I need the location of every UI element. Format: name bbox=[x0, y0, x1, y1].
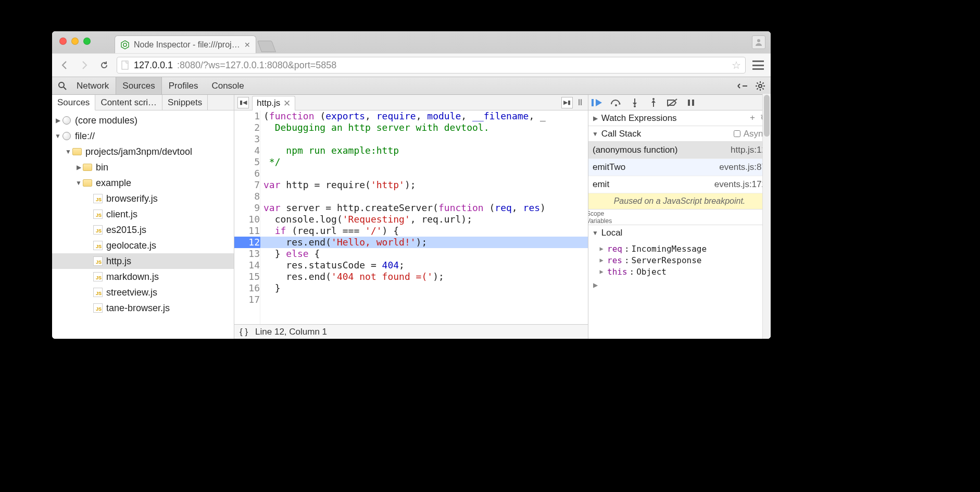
profile-button[interactable] bbox=[752, 35, 765, 49]
stack-frame[interactable]: emitTwoevents.js:87 bbox=[588, 159, 771, 176]
tree-project-folder[interactable]: ▼projects/jam3npm/devtool bbox=[52, 144, 234, 159]
stack-frame[interactable]: (anonymous function)http.js:12 bbox=[588, 142, 771, 159]
svg-marker-19 bbox=[633, 103, 637, 105]
tree-bin-folder[interactable]: ▶bin bbox=[52, 159, 234, 175]
tree-file[interactable]: JSbrowserify.js bbox=[52, 191, 234, 206]
svg-line-5 bbox=[64, 87, 66, 90]
close-window-button[interactable] bbox=[59, 38, 67, 45]
reload-button[interactable] bbox=[97, 58, 111, 72]
js-file-icon: JS bbox=[93, 194, 103, 203]
svg-line-13 bbox=[757, 88, 758, 89]
browser-window: Node Inspector - file:///proj… ✕ 127.0.0… bbox=[52, 31, 771, 339]
close-editor-tab[interactable]: ✕ bbox=[283, 98, 291, 109]
js-file-icon: JS bbox=[93, 272, 103, 281]
maximize-window-button[interactable] bbox=[83, 38, 91, 45]
tab-console[interactable]: Console bbox=[205, 77, 250, 94]
scope-section[interactable]: ▼ Scope Variables bbox=[588, 210, 771, 225]
drawer-toggle-icon[interactable] bbox=[735, 79, 750, 93]
tab-sources[interactable]: Sources bbox=[116, 77, 161, 94]
hamburger-icon bbox=[752, 60, 764, 70]
editor-panel: ▮◀ http.js✕ ▶▮ ⏸ 1234567891011 12 131415… bbox=[234, 95, 588, 339]
file-tree: ▶(core modules) ▼file:// ▼projects/jam3n… bbox=[52, 110, 234, 339]
menu-button[interactable] bbox=[751, 58, 765, 72]
bookmark-star-icon[interactable]: ☆ bbox=[732, 59, 741, 71]
scope-local[interactable]: ▼ Local bbox=[588, 225, 771, 241]
scope-var[interactable]: ▶res: ServerResponse bbox=[598, 254, 771, 266]
tab-title: Node Inspector - file:///proj… bbox=[134, 40, 240, 50]
nav-bar: 127.0.0.1:8080/?ws=127.0.0.1:8080&port=5… bbox=[52, 53, 771, 77]
new-tab-button[interactable] bbox=[257, 41, 276, 52]
async-checkbox[interactable] bbox=[734, 130, 740, 137]
code-editor[interactable]: 1234567891011 12 1314151617 (function (e… bbox=[234, 110, 588, 324]
js-file-icon: JS bbox=[93, 241, 103, 250]
watch-section[interactable]: ▶ Watch Expressions +↻ bbox=[588, 110, 771, 126]
svg-rect-25 bbox=[688, 100, 690, 106]
svg-marker-0 bbox=[121, 41, 129, 49]
editor-nav-forward[interactable]: ▶▮ bbox=[561, 97, 573, 108]
line-gutter: 1234567891011 12 1314151617 bbox=[234, 110, 260, 324]
breakpoint-marker[interactable]: 12 bbox=[234, 237, 260, 248]
execution-line: res.end('Hello, world!'); bbox=[260, 237, 588, 248]
svg-point-2 bbox=[757, 39, 760, 42]
devtools-main: Sources Content scri… Snippets ▶(core mo… bbox=[52, 95, 771, 339]
nav-tab-sources[interactable]: Sources bbox=[52, 95, 95, 110]
tree-file-root[interactable]: ▼file:// bbox=[52, 128, 234, 144]
deactivate-breakpoints-button[interactable] bbox=[667, 97, 678, 108]
tree-example-folder[interactable]: ▼example bbox=[52, 175, 234, 191]
scope-var[interactable]: ▶this: Object bbox=[598, 266, 771, 277]
vertical-scrollbar[interactable] bbox=[762, 94, 771, 339]
folder-icon bbox=[83, 164, 92, 171]
tab-network[interactable]: Network bbox=[70, 77, 116, 94]
tree-file[interactable]: JSes2015.js bbox=[52, 222, 234, 238]
tree-file[interactable]: JSgeolocate.js bbox=[52, 238, 234, 253]
address-bar[interactable]: 127.0.0.1:8080/?ws=127.0.0.1:8080&port=5… bbox=[117, 57, 746, 73]
scope-more[interactable]: ▶ bbox=[588, 279, 771, 290]
stack-frame[interactable]: emitevents.js:172 bbox=[588, 176, 771, 193]
editor-tab[interactable]: http.js✕ bbox=[252, 96, 295, 110]
browser-tab[interactable]: Node Inspector - file:///proj… ✕ bbox=[115, 35, 256, 53]
tab-profiles[interactable]: Profiles bbox=[162, 77, 205, 94]
nav-tab-snippets[interactable]: Snippets bbox=[162, 95, 208, 110]
tree-file-selected[interactable]: JShttp.js bbox=[52, 253, 234, 269]
devtools-toolbar: Network Sources Profiles Console bbox=[52, 77, 771, 95]
code-lines: (function (exports, require, module, __f… bbox=[260, 110, 588, 324]
editor-nav-button[interactable]: ▮◀ bbox=[237, 97, 249, 108]
js-file-icon: JS bbox=[93, 288, 103, 297]
resume-button[interactable] bbox=[592, 97, 603, 108]
tab-strip: Node Inspector - file:///proj… ✕ bbox=[52, 31, 771, 53]
debug-toolbar bbox=[588, 95, 771, 110]
navigator-panel: Sources Content scri… Snippets ▶(core mo… bbox=[52, 95, 234, 339]
nav-tab-content-scripts[interactable]: Content scri… bbox=[95, 95, 162, 110]
js-file-icon: JS bbox=[93, 303, 103, 313]
svg-rect-3 bbox=[122, 61, 128, 69]
pretty-print-button[interactable]: { } bbox=[240, 327, 248, 337]
back-button[interactable] bbox=[57, 58, 72, 72]
svg-rect-26 bbox=[692, 100, 694, 106]
pause-small-icon[interactable]: ⏸ bbox=[576, 97, 585, 108]
step-over-button[interactable] bbox=[610, 97, 622, 108]
tree-file[interactable]: JSclient.js bbox=[52, 206, 234, 222]
svg-point-6 bbox=[759, 84, 762, 88]
scope-local-body: ▶req: IncomingMessage ▶res: ServerRespon… bbox=[588, 241, 771, 279]
tree-file[interactable]: JSstreetview.js bbox=[52, 285, 234, 300]
pause-exceptions-button[interactable] bbox=[685, 97, 697, 108]
close-tab-button[interactable]: ✕ bbox=[244, 41, 250, 49]
step-out-button[interactable] bbox=[648, 97, 659, 108]
svg-rect-15 bbox=[592, 99, 594, 106]
js-file-icon: JS bbox=[93, 225, 103, 235]
search-icon[interactable] bbox=[55, 79, 70, 93]
callstack-section[interactable]: ▼ Call Stack Async bbox=[588, 126, 771, 142]
step-into-button[interactable] bbox=[629, 97, 640, 108]
scope-var[interactable]: ▶req: IncomingMessage bbox=[598, 243, 771, 254]
tree-core-modules[interactable]: ▶(core modules) bbox=[52, 113, 234, 128]
navigator-tabs: Sources Content scri… Snippets bbox=[52, 95, 234, 110]
scrollbar-thumb[interactable] bbox=[764, 95, 770, 137]
tree-file[interactable]: JStane-browser.js bbox=[52, 300, 234, 316]
settings-gear-icon[interactable] bbox=[753, 79, 768, 93]
add-watch-icon[interactable]: + bbox=[750, 113, 755, 124]
tree-file[interactable]: JSmarkdown.js bbox=[52, 269, 234, 285]
minimize-window-button[interactable] bbox=[71, 38, 79, 45]
folder-icon bbox=[72, 148, 82, 155]
url-host: 127.0.0.1 bbox=[134, 60, 173, 71]
forward-button[interactable] bbox=[77, 58, 92, 72]
